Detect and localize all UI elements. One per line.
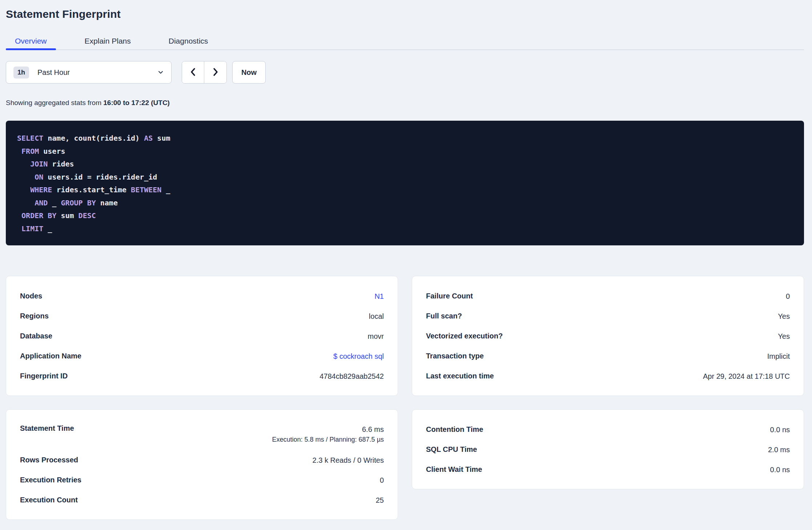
stat-label-regions: Regions (20, 312, 49, 320)
stat-row-vectorized-execution: Vectorized execution?Yes (426, 326, 790, 346)
stat-label-execution-count: Execution Count (20, 496, 78, 504)
link-nodes[interactable]: N1 (374, 291, 384, 301)
stat-value-wrap: 0.0 ns (770, 425, 790, 435)
stat-value-contention-time: 0.0 ns (770, 425, 790, 435)
stat-label-sql-cpu-time: SQL CPU Time (426, 445, 477, 454)
stat-row-nodes: NodesN1 (20, 286, 384, 306)
stat-value-wrap: 2.3 k Reads / 0 Writes (313, 455, 384, 465)
stat-value-wrap: Apr 29, 2024 at 17:18 UTC (703, 371, 790, 381)
stat-row-statement-time: Statement Time6.6 msExecution: 5.8 ms / … (20, 419, 384, 450)
stat-value-client-wait-time: 0.0 ns (770, 465, 790, 475)
stat-row-full-scan: Full scan?Yes (426, 306, 790, 326)
time-toolbar: 1h Past Hour (6, 61, 804, 84)
summary-prefix: Showing aggregated stats from (6, 99, 101, 107)
sql-line: ORDER BY sum DESC (17, 209, 793, 222)
stat-label-application-name: Application Name (20, 352, 81, 360)
stat-value-vectorized-execution: Yes (778, 331, 790, 341)
stat-label-rows-processed: Rows Processed (20, 456, 78, 464)
tab-bar: OverviewExplain PlansDiagnostics (6, 33, 804, 50)
stat-subvalue-statement-time: Execution: 5.8 ms / Planning: 687.5 µs (272, 436, 384, 443)
card-execution-stats: Statement Time6.6 msExecution: 5.8 ms / … (6, 409, 398, 520)
next-interval-button[interactable] (204, 61, 226, 83)
summary-time-range: 16:00 to 17:22 (UTC) (103, 99, 170, 107)
stat-label-contention-time: Contention Time (426, 425, 483, 434)
stat-row-failure-count: Failure Count0 (426, 286, 790, 306)
stat-label-database: Database (20, 332, 52, 340)
stat-row-database: Databasemovr (20, 326, 384, 346)
tab-label: Explain Plans (85, 37, 131, 45)
stat-value-last-execution-time: Apr 29, 2024 at 17:18 UTC (703, 371, 790, 381)
stat-row-last-execution-time: Last execution timeApr 29, 2024 at 17:18… (426, 366, 790, 386)
stat-value-wrap: $ cockroach sql (333, 351, 384, 361)
stat-value-regions: local (369, 311, 384, 321)
previous-interval-button[interactable] (182, 61, 204, 83)
stat-label-fingerprint-id: Fingerprint ID (20, 372, 68, 380)
stat-value-wrap: 4784cb829aab2542 (319, 371, 384, 381)
stat-value-rows-processed: 2.3 k Reads / 0 Writes (313, 455, 384, 465)
stat-row-transaction-type: Transaction typeImplicit (426, 346, 790, 366)
stat-value-wrap: 0 (380, 475, 384, 485)
sql-line: FROM users (17, 145, 793, 158)
stat-value-failure-count: 0 (786, 291, 790, 301)
chevron-down-icon (157, 69, 164, 76)
tab-overview[interactable]: Overview (6, 33, 56, 49)
stat-value-wrap: 0 (786, 291, 790, 301)
sql-statement: SELECT name, count(rides.id) AS sum FROM… (6, 121, 804, 245)
time-interval-badge: 1h (13, 67, 29, 79)
summary-cards-bottom: Statement Time6.6 msExecution: 5.8 ms / … (6, 409, 804, 520)
sql-line: ON users.id = rides.rider_id (17, 171, 793, 184)
stat-value-execution-retries: 0 (380, 475, 384, 485)
page-title: Statement Fingerprint (6, 8, 804, 20)
stat-label-statement-time: Statement Time (20, 424, 74, 433)
tab-diagnostics[interactable]: Diagnostics (160, 33, 217, 49)
stat-label-last-execution-time: Last execution time (426, 372, 494, 380)
stat-label-nodes: Nodes (20, 292, 42, 300)
stat-label-client-wait-time: Client Wait Time (426, 465, 482, 474)
card-statement-details: NodesN1RegionslocalDatabasemovrApplicati… (6, 276, 398, 396)
stat-value-wrap: Yes (778, 331, 790, 341)
stat-value-execution-count: 25 (376, 495, 384, 505)
stat-value-wrap: N1 (374, 291, 384, 301)
stat-row-execution-retries: Execution Retries0 (20, 470, 384, 490)
chevron-left-icon (189, 67, 197, 78)
stat-row-application-name: Application Name$ cockroach sql (20, 346, 384, 366)
sql-line: WHERE rides.start_time BETWEEN _ (17, 184, 793, 197)
sql-line: LIMIT _ (17, 222, 793, 236)
interval-arrows (182, 61, 227, 84)
stat-row-fingerprint-id: Fingerprint ID4784cb829aab2542 (20, 366, 384, 386)
time-interval-label: Past Hour (37, 68, 70, 77)
sql-line: JOIN rides (17, 158, 793, 171)
stat-row-rows-processed: Rows Processed2.3 k Reads / 0 Writes (20, 450, 384, 470)
stat-value-wrap: 0.0 ns (770, 465, 790, 475)
stat-value-wrap: 6.6 msExecution: 5.8 ms / Planning: 687.… (272, 424, 384, 443)
time-interval-select[interactable]: 1h Past Hour (6, 61, 172, 84)
stat-value-database: movr (368, 331, 384, 341)
stat-row-execution-count: Execution Count25 (20, 490, 384, 510)
link-application-name[interactable]: $ cockroach sql (333, 351, 384, 361)
sql-line: SELECT name, count(rides.id) AS sum (17, 132, 793, 145)
sql-line: AND _ GROUP BY name (17, 197, 793, 210)
now-button[interactable]: Now (232, 61, 266, 84)
stat-value-wrap: 25 (376, 495, 384, 505)
chevron-right-icon (212, 67, 220, 78)
stat-row-regions: Regionslocal (20, 306, 384, 326)
tab-label: Overview (15, 37, 47, 45)
stat-row-contention-time: Contention Time0.0 ns (426, 419, 790, 439)
stat-value-wrap: Yes (778, 311, 790, 321)
tab-explain-plans[interactable]: Explain Plans (76, 33, 140, 49)
stat-label-transaction-type: Transaction type (426, 352, 484, 360)
stat-row-sql-cpu-time: SQL CPU Time2.0 ms (426, 439, 790, 459)
stat-value-sql-cpu-time: 2.0 ms (768, 445, 790, 455)
stat-value-transaction-type: Implicit (767, 351, 790, 361)
stat-label-full-scan: Full scan? (426, 312, 462, 320)
stat-value-wrap: local (369, 311, 384, 321)
stat-value-wrap: Implicit (767, 351, 790, 361)
card-execution-attributes: Failure Count0Full scan?YesVectorized ex… (412, 276, 804, 396)
stat-label-execution-retries: Execution Retries (20, 476, 81, 484)
statement-fingerprint-page: Statement Fingerprint OverviewExplain Pl… (0, 0, 812, 520)
summary-cards-top: NodesN1RegionslocalDatabasemovrApplicati… (6, 276, 804, 396)
card-wait-times: Contention Time0.0 nsSQL CPU Time2.0 msC… (412, 409, 804, 489)
stat-value-wrap: 2.0 ms (768, 445, 790, 455)
tab-label: Diagnostics (169, 37, 208, 45)
stat-label-failure-count: Failure Count (426, 292, 473, 300)
